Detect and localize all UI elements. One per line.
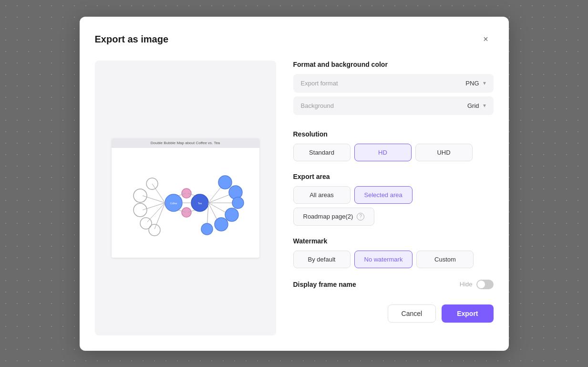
resolution-btn-group: Standard HD UHD	[293, 144, 494, 161]
export-area-all-btn[interactable]: All areas	[293, 186, 351, 204]
modal-header: Export as image ×	[95, 32, 494, 47]
export-format-right: PNG ▾	[465, 80, 485, 87]
svg-point-23	[201, 223, 213, 235]
export-area-roadmap-btn[interactable]: Roadmap page(2) ?	[293, 208, 375, 226]
help-icon: ?	[357, 213, 364, 220]
svg-point-20	[232, 197, 244, 209]
svg-text:Coffee: Coffee	[170, 202, 177, 205]
close-icon: ×	[483, 34, 488, 44]
watermark-default-btn[interactable]: By default	[293, 251, 351, 268]
svg-line-6	[155, 203, 165, 229]
cancel-button[interactable]: Cancel	[388, 304, 436, 323]
svg-line-2	[152, 184, 165, 203]
display-frame-label: Display frame name	[293, 281, 356, 288]
format-section: Format and background color Export forma…	[293, 61, 494, 119]
resolution-uhd-btn[interactable]: UHD	[415, 144, 473, 161]
svg-text:Tea: Tea	[197, 202, 201, 205]
close-button[interactable]: ×	[478, 32, 494, 47]
export-format-dropdown[interactable]: Export format PNG ▾	[293, 74, 494, 93]
mindmap-preview: Coffee Tea	[112, 148, 259, 258]
chevron-down-icon: ▾	[483, 80, 486, 86]
export-area-label: Export area	[293, 173, 494, 180]
display-frame-section: Display frame name Hide	[293, 280, 494, 289]
background-label: Background	[301, 102, 334, 109]
preview-inner: Double Bubble Map about Coffee vs. Tea	[112, 138, 259, 258]
roadmap-page-label: Roadmap page(2)	[303, 213, 353, 220]
export-area-section: Export area All areas Selected area Road…	[293, 173, 494, 226]
modal-body: Double Bubble Map about Coffee vs. Tea	[95, 61, 494, 336]
modal-title: Export as image	[95, 34, 169, 45]
resolution-standard-btn[interactable]: Standard	[293, 144, 351, 161]
export-area-btn-group: All areas Selected area Roadmap page(2) …	[293, 186, 494, 226]
export-format-label: Export format	[301, 80, 338, 87]
resolution-label: Resolution	[293, 130, 494, 138]
action-row: Cancel Export	[293, 304, 494, 323]
svg-point-17	[149, 224, 160, 236]
hide-label: Hide	[460, 281, 473, 288]
chevron-down-icon-2: ▾	[483, 102, 486, 109]
svg-point-14	[134, 189, 147, 202]
resolution-hd-btn[interactable]: HD	[354, 144, 412, 161]
preview-panel: Double Bubble Map about Coffee vs. Tea	[95, 61, 276, 336]
preview-canvas: Coffee Tea	[112, 148, 259, 258]
watermark-btn-group: By default No watermark Custom	[293, 251, 494, 268]
watermark-custom-btn[interactable]: Custom	[416, 251, 474, 268]
svg-point-21	[225, 208, 238, 221]
preview-title-bar: Double Bubble Map about Coffee vs. Tea	[112, 138, 259, 148]
toggle-wrapper: Hide	[460, 280, 494, 289]
watermark-none-btn[interactable]: No watermark	[354, 251, 413, 268]
background-value: Grid	[467, 102, 479, 109]
format-section-label: Format and background color	[293, 61, 494, 68]
modal-overlay: Export as image × Double Bubble Map abou…	[0, 0, 588, 367]
watermark-label: Watermark	[293, 237, 494, 245]
toggle-row: Display frame name Hide	[293, 280, 494, 289]
export-area-selected-btn[interactable]: Selected area	[354, 186, 413, 204]
background-right: Grid ▾	[467, 102, 486, 109]
background-dropdown[interactable]: Background Grid ▾	[293, 96, 494, 115]
diagram-title: Double Bubble Map about Coffee vs. Tea	[151, 141, 220, 145]
export-button[interactable]: Export	[442, 304, 493, 323]
watermark-section: Watermark By default No watermark Custom	[293, 237, 494, 268]
svg-point-25	[182, 189, 191, 198]
svg-point-19	[229, 186, 242, 199]
svg-point-22	[215, 218, 228, 231]
resolution-section: Resolution Standard HD UHD	[293, 130, 494, 161]
svg-point-15	[134, 203, 147, 217]
display-frame-toggle[interactable]	[476, 280, 494, 289]
svg-point-26	[182, 208, 191, 217]
export-modal: Export as image × Double Bubble Map abou…	[80, 17, 509, 351]
svg-point-16	[140, 218, 152, 229]
export-format-value: PNG	[465, 80, 479, 87]
svg-point-18	[218, 176, 232, 189]
options-panel: Format and background color Export forma…	[293, 61, 494, 336]
